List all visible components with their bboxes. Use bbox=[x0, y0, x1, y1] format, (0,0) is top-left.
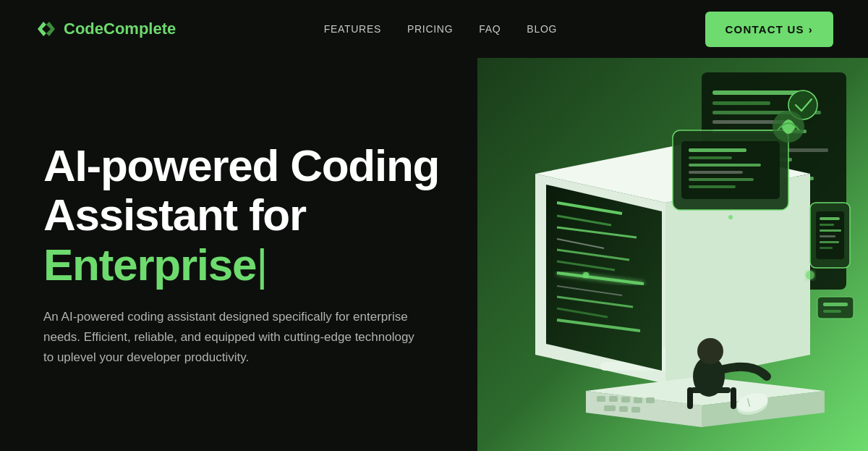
hero-title-line2: Assistant for bbox=[43, 190, 306, 240]
svg-point-70 bbox=[806, 271, 814, 279]
svg-rect-57 bbox=[646, 397, 655, 403]
hero-title-line1: AI-powered Coding bbox=[43, 140, 439, 190]
hero-section: AI-powered Coding Assistant for Enterpri… bbox=[0, 58, 868, 451]
logo-highlight-text: Complete bbox=[103, 20, 176, 38]
svg-rect-47 bbox=[820, 235, 835, 237]
logo-icon bbox=[35, 17, 58, 41]
svg-rect-40 bbox=[689, 178, 754, 181]
nav: FEATURES PRICING FAQ BLOG bbox=[324, 23, 557, 35]
svg-rect-46 bbox=[820, 229, 841, 232]
svg-rect-55 bbox=[621, 397, 630, 402]
svg-rect-72 bbox=[817, 297, 854, 319]
svg-rect-74 bbox=[823, 310, 841, 313]
svg-point-65 bbox=[697, 338, 723, 364]
contact-us-arrow: › bbox=[809, 23, 813, 35]
hero-image bbox=[477, 58, 868, 451]
svg-rect-36 bbox=[689, 148, 746, 152]
hero-description: An AI-powered coding assistant designed … bbox=[43, 307, 420, 368]
svg-rect-59 bbox=[619, 406, 628, 412]
logo-text: CodeComplete bbox=[64, 20, 176, 38]
nav-faq[interactable]: FAQ bbox=[479, 23, 501, 35]
svg-rect-45 bbox=[820, 224, 834, 226]
contact-us-button[interactable]: CONTACT US › bbox=[705, 12, 833, 47]
logo[interactable]: CodeComplete bbox=[35, 17, 176, 41]
svg-rect-68 bbox=[731, 387, 736, 409]
svg-point-71 bbox=[728, 215, 733, 219]
nav-blog[interactable]: BLOG bbox=[527, 23, 557, 35]
svg-rect-48 bbox=[820, 241, 839, 243]
hero-cursor: | bbox=[256, 240, 267, 290]
svg-rect-5 bbox=[712, 101, 770, 105]
hero-title: AI-powered Coding Assistant for Enterpri… bbox=[43, 141, 443, 290]
svg-rect-41 bbox=[689, 185, 736, 188]
svg-rect-60 bbox=[631, 407, 640, 413]
hero-content: AI-powered Coding Assistant for Enterpri… bbox=[0, 58, 477, 451]
hero-svg bbox=[477, 58, 868, 451]
svg-rect-39 bbox=[689, 171, 743, 174]
nav-pricing[interactable]: PRICING bbox=[407, 23, 453, 35]
nav-features[interactable]: FEATURES bbox=[324, 23, 381, 35]
svg-rect-54 bbox=[609, 396, 618, 402]
svg-rect-53 bbox=[597, 396, 605, 402]
svg-rect-67 bbox=[687, 387, 693, 409]
contact-us-label: CONTACT US bbox=[726, 23, 804, 35]
hero-title-highlight: Enterprise bbox=[43, 240, 256, 290]
svg-rect-66 bbox=[691, 387, 731, 393]
svg-marker-0 bbox=[38, 22, 46, 36]
svg-rect-4 bbox=[712, 90, 799, 95]
svg-rect-37 bbox=[689, 156, 732, 159]
svg-rect-44 bbox=[820, 217, 840, 220]
svg-rect-49 bbox=[820, 247, 833, 249]
logo-regular-text: Code bbox=[64, 20, 103, 38]
header: CodeComplete FEATURES PRICING FAQ BLOG C… bbox=[0, 0, 868, 58]
svg-rect-38 bbox=[689, 164, 761, 167]
svg-rect-73 bbox=[823, 303, 848, 306]
svg-rect-58 bbox=[604, 405, 616, 411]
svg-marker-1 bbox=[46, 22, 55, 36]
svg-rect-56 bbox=[634, 397, 642, 403]
hero-illustration bbox=[477, 58, 868, 451]
svg-point-69 bbox=[583, 272, 589, 278]
